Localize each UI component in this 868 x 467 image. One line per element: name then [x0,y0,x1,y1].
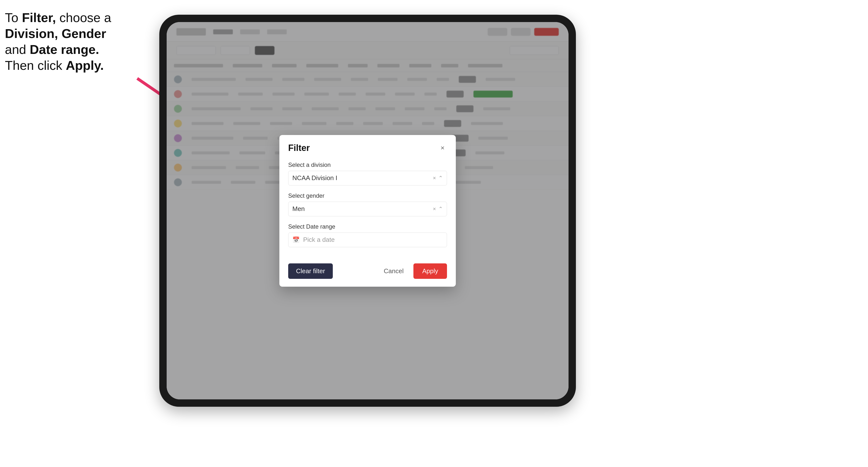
division-label: Select a division [288,161,447,168]
tablet-frame: Filter × Select a division NCAA Division… [159,15,576,407]
modal-footer: Clear filter Cancel Apply [279,261,456,287]
gender-form-group: Select gender Men × ⌃ [288,192,447,216]
date-range-form-group: Select Date range 📅 Pick a date [288,223,447,247]
gender-arrow-icon: ⌃ [438,206,443,212]
gender-label: Select gender [288,192,447,199]
cancel-button[interactable]: Cancel [378,263,409,279]
modal-header: Filter × [279,135,456,159]
modal-close-button[interactable]: × [438,144,447,152]
gender-select-actions: × ⌃ [433,206,443,212]
modal-body: Select a division NCAA Division I × ⌃ Se… [279,159,456,261]
division-clear-icon[interactable]: × [433,175,436,181]
gender-clear-icon[interactable]: × [433,206,436,212]
gender-select[interactable]: Men × ⌃ [288,201,447,216]
division-select-actions: × ⌃ [433,175,443,181]
date-range-input[interactable]: 📅 Pick a date [288,232,447,247]
date-placeholder: Pick a date [303,236,335,244]
apply-button[interactable]: Apply [413,263,447,279]
instruction-division-gender-bold: Division, Gender [5,26,142,42]
instruction-daterange-bold: Date range. [30,42,99,57]
tablet-screen: Filter × Select a division NCAA Division… [167,22,568,399]
division-select-value: NCAA Division I [292,174,337,182]
instruction-text: To Filter, choose a Division, Gender and… [5,10,142,73]
modal-title: Filter [288,143,310,153]
clear-filter-button[interactable]: Clear filter [288,263,333,279]
date-range-label: Select Date range [288,223,447,230]
instruction-apply-bold: Apply. [66,58,104,72]
instruction-filter-bold: Filter, [22,10,56,25]
modal-overlay: Filter × Select a division NCAA Division… [167,22,568,399]
division-arrow-icon: ⌃ [438,175,443,181]
calendar-icon: 📅 [292,237,300,243]
division-select[interactable]: NCAA Division I × ⌃ [288,171,447,185]
gender-select-value: Men [292,205,305,213]
footer-right-buttons: Cancel Apply [378,263,447,279]
filter-modal: Filter × Select a division NCAA Division… [279,135,456,287]
division-form-group: Select a division NCAA Division I × ⌃ [288,161,447,185]
